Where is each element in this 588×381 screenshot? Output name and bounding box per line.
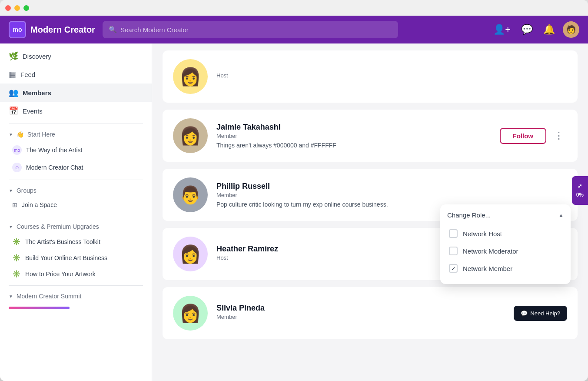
host-top-role: Host: [216, 72, 567, 79]
sidebar-label-feed: Feed: [20, 71, 35, 78]
dropdown-item-network-host[interactable]: Network Host: [447, 225, 564, 242]
need-help-label: Need Help?: [530, 310, 560, 317]
network-member-checkbox[interactable]: [449, 264, 458, 273]
divider-1: [9, 124, 143, 124]
discovery-icon: 🌿: [9, 51, 18, 61]
divider-4: [9, 285, 143, 286]
sidebar-label-way-of-artist: The Way of the Artist: [26, 147, 82, 154]
section-summit[interactable]: ▼ Modern Creator Summit: [0, 289, 152, 303]
summit-progress-bar: [9, 307, 70, 309]
chat-icon[interactable]: 💬: [518, 21, 535, 38]
member-card-host-top: 👩 Host: [163, 50, 578, 103]
divider-2: [9, 180, 143, 180]
dropdown-item-network-moderator[interactable]: Network Moderator: [447, 242, 564, 260]
more-options-button[interactable]: ⋮: [551, 128, 567, 143]
need-help-button[interactable]: 💬 Need Help?: [514, 306, 567, 321]
phillip-avatar: 👨: [173, 177, 208, 212]
header: mo Modern Creator 🔍 Search Modern Creato…: [0, 16, 588, 43]
add-user-icon[interactable]: 👤+: [491, 21, 513, 38]
silvia-role: Member: [216, 314, 505, 320]
section-start-here-emoji: 👋: [17, 131, 24, 138]
courses-arrow-icon: ▼: [9, 224, 13, 229]
sidebar-label-price-artwork: How to Price Your Artwork: [25, 271, 96, 277]
section-summit-label: Modern Creator Summit: [17, 293, 81, 300]
member-card-jaimie: 👩 Jaimie Takahashi Member Things aren't …: [163, 110, 578, 162]
phillip-name: Phillip Russell: [216, 182, 567, 191]
sidebar-item-join-space[interactable]: ⊞ Join a Space: [0, 197, 152, 212]
heather-avatar: 👩: [173, 237, 208, 271]
sidebar-label-members: Members: [23, 89, 51, 97]
sidebar-label-build-art-biz: Build Your Online Art Business: [25, 254, 107, 261]
title-bar: [0, 0, 588, 16]
host-top-avatar: 👩: [173, 59, 208, 94]
section-courses-label: Courses & Premium Upgrades: [17, 223, 99, 230]
dropdown-item-network-member[interactable]: Network Member: [447, 260, 564, 277]
phillip-role: Member: [216, 192, 567, 198]
section-courses[interactable]: ▼ Courses & Premium Upgrades: [0, 220, 152, 234]
phillip-info: Phillip Russell Member Pop culture criti…: [216, 182, 567, 208]
jaimie-actions: Follow ⋮: [500, 128, 568, 144]
price-artwork-icon: ✳️: [12, 270, 21, 278]
events-icon: 📅: [9, 106, 18, 116]
search-icon: 🔍: [109, 26, 117, 33]
brand: mo Modern Creator: [9, 21, 96, 38]
network-moderator-label: Network Moderator: [463, 247, 518, 255]
silvia-info: Silvia Pineda Member: [216, 304, 505, 323]
dropdown-title: Change Role...: [447, 211, 491, 219]
sidebar-label-events: Events: [23, 107, 43, 115]
divider-3: [9, 216, 143, 216]
sidebar-item-feed[interactable]: ▦ Feed: [0, 65, 152, 84]
sidebar-item-way-of-artist[interactable]: mo The Way of the Artist: [0, 141, 152, 159]
float-expand-button[interactable]: ⤢ 0%: [572, 176, 588, 205]
float-label: 0%: [576, 192, 584, 198]
dropdown-arrow-icon: ▲: [558, 212, 564, 218]
dropdown-header: Change Role... ▲: [447, 211, 564, 219]
summit-content: [0, 303, 152, 313]
silvia-actions: 💬 Need Help?: [514, 306, 567, 321]
sidebar-item-members[interactable]: 👥 Members: [0, 84, 152, 102]
sidebar-item-price-artwork[interactable]: ✳️ How to Price Your Artwork: [0, 266, 152, 282]
section-groups[interactable]: ▼ Groups: [0, 184, 152, 197]
sidebar-item-modern-creator-chat[interactable]: ⊙ Modern Creator Chat: [0, 159, 152, 176]
expand-icon: ⤢: [578, 183, 582, 189]
help-icon: 💬: [521, 310, 528, 317]
silvia-name: Silvia Pineda: [216, 304, 505, 313]
maximize-button[interactable]: [23, 5, 29, 11]
close-button[interactable]: [5, 5, 11, 11]
sidebar-label-discovery: Discovery: [23, 53, 51, 60]
app-window: mo Modern Creator 🔍 Search Modern Creato…: [0, 0, 588, 381]
sidebar-label-artists-toolkit: The Artist's Business Toolkit: [25, 238, 100, 245]
network-moderator-checkbox[interactable]: [449, 247, 458, 255]
sidebar-label-join-space: Join a Space: [22, 201, 57, 208]
network-host-checkbox[interactable]: [449, 229, 458, 238]
section-start-here[interactable]: ▼ 👋 Start Here: [0, 127, 152, 141]
way-of-artist-icon: mo: [12, 145, 22, 155]
build-art-biz-icon: ✳️: [12, 254, 21, 262]
jaimie-info: Jaimie Takahashi Member Things aren't al…: [216, 123, 491, 149]
sidebar-item-artists-toolkit[interactable]: ✳️ The Artist's Business Toolkit: [0, 234, 152, 250]
follow-button[interactable]: Follow: [500, 128, 547, 144]
jaimie-role: Member: [216, 133, 491, 139]
change-role-dropdown: Change Role... ▲ Network Host Network Mo…: [440, 204, 571, 284]
feed-icon: ▦: [9, 70, 16, 79]
sidebar-item-build-art-biz[interactable]: ✳️ Build Your Online Art Business: [0, 250, 152, 266]
groups-arrow-icon: ▼: [9, 188, 13, 193]
search-placeholder: Search Modern Creator: [120, 26, 189, 33]
search-bar[interactable]: 🔍 Search Modern Creator: [103, 21, 398, 38]
jaimie-name: Jaimie Takahashi: [216, 123, 491, 132]
sidebar-item-discovery[interactable]: 🌿 Discovery: [0, 47, 152, 65]
jaimie-bio: Things aren't always #000000 and #FFFFFF: [216, 142, 491, 149]
network-host-label: Network Host: [463, 230, 502, 237]
main-content: 🌿 Discovery ▦ Feed 👥 Members 📅 Events ▼ …: [0, 43, 588, 381]
section-start-here-label: Start Here: [27, 131, 55, 138]
user-avatar[interactable]: 🧑: [563, 21, 579, 38]
member-card-silvia: 👩 Silvia Pineda Member 💬 Need Help?: [163, 287, 578, 339]
minimize-button[interactable]: [14, 5, 20, 11]
sidebar-label-modern-creator-chat: Modern Creator Chat: [26, 164, 83, 171]
modern-creator-chat-icon: ⊙: [12, 163, 22, 172]
section-groups-label: Groups: [17, 187, 37, 194]
members-icon: 👥: [9, 88, 18, 97]
bell-icon[interactable]: 🔔: [541, 21, 558, 38]
header-icons: 👤+ 💬 🔔 🧑: [491, 21, 579, 38]
sidebar-item-events[interactable]: 📅 Events: [0, 102, 152, 120]
